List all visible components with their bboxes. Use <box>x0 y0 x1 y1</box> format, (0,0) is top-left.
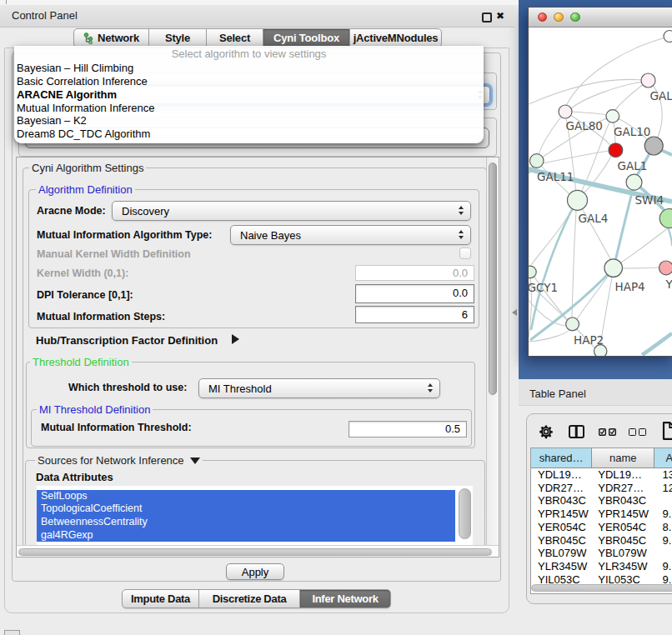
network-node-gal11[interactable] <box>529 154 544 168</box>
table-row[interactable]: YBR043CYBR043C <box>531 494 672 508</box>
tab-style[interactable]: Style <box>149 29 207 47</box>
network-edge[interactable] <box>529 79 649 104</box>
zoom-traffic-light[interactable] <box>570 12 580 22</box>
column-header-shared-name[interactable]: shared… <box>531 448 592 468</box>
tab-cyni-toolbox[interactable]: Cyni Toolbox <box>263 29 350 47</box>
network-graph-canvas[interactable]: GALGAL80GAL10GAL1GAL11SWI4GAL4GCY1HAP4YH… <box>529 26 672 356</box>
network-edge[interactable] <box>572 112 606 115</box>
network-node-gal10[interactable] <box>606 110 619 123</box>
network-node-swi4[interactable] <box>626 174 642 190</box>
network-node[interactable] <box>659 209 672 228</box>
column-header-third[interactable]: A <box>654 448 672 468</box>
collapse-arrow-icon[interactable] <box>190 458 200 464</box>
control-panel-titlebar: Control Panel <box>0 5 515 28</box>
settings-hscrollbar-thumb[interactable] <box>18 548 492 556</box>
network-edge[interactable] <box>530 272 568 320</box>
popup-item[interactable]: Dream8 DC_TDC Algorithm <box>14 128 484 141</box>
mi-threshold-field[interactable]: 0.5 <box>349 421 467 438</box>
which-threshold-dropdown[interactable]: MI Threshold <box>198 378 440 398</box>
panel-divider-collapse-icon[interactable] <box>512 309 517 316</box>
list-vertical-scrollbar[interactable] <box>459 488 471 539</box>
popup-item[interactable]: Mutual Information Inference <box>14 102 484 115</box>
attribute-item[interactable]: TopologicalCoefficient <box>37 502 455 516</box>
attribute-item[interactable]: SelfLoops <box>37 490 455 503</box>
unselect-all-checkbox-icon-2[interactable] <box>639 428 646 436</box>
document-icon[interactable] <box>662 422 672 440</box>
mi-algorithm-type-value: Naive Bayes <box>240 229 301 242</box>
network-node-gal80[interactable] <box>559 105 572 118</box>
network-node-gal[interactable] <box>641 73 655 88</box>
column-header-name[interactable]: name <box>592 448 654 468</box>
network-node-hap4[interactable] <box>604 259 623 278</box>
tab-impute-data[interactable]: Impute Data <box>123 590 199 608</box>
network-edge[interactable] <box>543 151 609 163</box>
network-node[interactable] <box>664 31 672 42</box>
network-node-hap2[interactable] <box>566 318 579 331</box>
popup-item[interactable]: Bayesian – K2 <box>14 114 484 128</box>
table-row[interactable]: YPR145WYPR145W9. <box>531 508 672 521</box>
close-traffic-light[interactable] <box>538 12 548 22</box>
network-node-y[interactable] <box>659 261 672 275</box>
manual-kernel-width-checkbox[interactable] <box>459 248 471 259</box>
settings-vscrollbar-track[interactable] <box>486 158 499 546</box>
settings-vscrollbar-thumb[interactable] <box>489 162 497 395</box>
float-window-icon[interactable] <box>482 12 492 22</box>
table-row[interactable]: YLR345WYLR345W9. <box>531 560 672 573</box>
network-edge[interactable] <box>642 333 672 355</box>
popup-item[interactable]: Basic Correlation Inference <box>14 75 484 88</box>
tab-jactivemnodules[interactable]: jActiveMNodules <box>350 29 441 47</box>
gear-icon[interactable] <box>539 424 554 439</box>
table-horizontal-scrollbar[interactable] <box>531 584 672 592</box>
attribute-item[interactable]: gal4RGexp <box>37 529 455 542</box>
hub-definition-label[interactable]: Hub/Transcription Factor Definition <box>36 334 218 347</box>
table-row[interactable]: YDR27…YDR27…12 <box>531 482 672 495</box>
network-node[interactable] <box>644 137 663 155</box>
network-node[interactable] <box>594 345 607 356</box>
table-row[interactable]: YER054CYER054C8. <box>531 521 672 534</box>
minimize-traffic-light[interactable] <box>554 12 564 22</box>
network-edge[interactable] <box>531 200 577 265</box>
aracne-mode-dropdown[interactable]: Discovery <box>112 201 471 221</box>
taskbar-icon-fragment[interactable] <box>4 630 20 635</box>
tab-select-label: Select <box>219 32 250 44</box>
close-panel-icon[interactable]: ✖ <box>494 9 506 22</box>
settings-hscrollbar-track[interactable] <box>17 545 499 557</box>
network-edge[interactable] <box>571 81 649 108</box>
network-node-label: GAL80 <box>566 119 603 132</box>
apply-button[interactable]: Apply <box>226 563 284 580</box>
unselect-all-checkbox-icon-1[interactable] <box>629 428 636 436</box>
network-node-gal1[interactable] <box>609 143 623 158</box>
table-cell: 13 <box>654 468 672 482</box>
mi-steps-label: Mutual Information Steps: <box>37 311 165 322</box>
select-all-checkbox-icon-1[interactable] <box>599 428 606 436</box>
cyni-bottom-tabs: Impute Data Discretize Data Infer Networ… <box>122 589 391 608</box>
table-row[interactable]: YBL079WYBL079W <box>531 547 672 560</box>
popup-item[interactable]: ARACNE Algorithm <box>14 88 484 102</box>
split-panel-icon[interactable] <box>569 425 585 439</box>
data-attributes-list[interactable]: SelfLoopsTopologicalCoefficientBetweenne… <box>37 486 473 546</box>
network-edge[interactable] <box>539 112 565 155</box>
table-row[interactable]: YDL19…YDL19…13 <box>531 468 672 482</box>
table-row[interactable]: YBR045CYBR045C9. <box>531 534 672 548</box>
attribute-item[interactable]: BetweennessCentrality <box>37 516 455 529</box>
sources-group-title-row[interactable]: Sources for Network Inference <box>35 455 203 467</box>
network-window-titlebar[interactable] <box>529 8 672 28</box>
tab-discretize-data[interactable]: Discretize Data <box>199 590 300 608</box>
network-edge[interactable] <box>577 268 614 319</box>
mi-algorithm-type-dropdown[interactable]: Naive Bayes <box>230 225 471 245</box>
combo-stepper-icon <box>428 383 434 393</box>
network-node-gcy1[interactable] <box>529 266 536 278</box>
kernel-width-field[interactable]: 0.0 <box>355 265 474 281</box>
tab-infer-network[interactable]: Infer Network <box>300 590 390 608</box>
mi-steps-field[interactable]: 6 <box>355 306 474 323</box>
popup-item[interactable]: Bayesian – Hill Climbing <box>14 62 484 75</box>
expand-arrow-icon[interactable] <box>232 334 239 344</box>
tab-select[interactable]: Select <box>207 29 263 47</box>
network-edge[interactable] <box>622 268 659 268</box>
dpi-tolerance-field[interactable]: 0.0 <box>355 284 474 303</box>
select-all-checkbox-icon-2[interactable] <box>609 428 616 436</box>
network-edge[interactable] <box>621 228 669 262</box>
network-edge[interactable] <box>572 200 577 318</box>
tab-network[interactable]: Network <box>74 29 149 47</box>
network-node-gal4[interactable] <box>568 190 588 210</box>
